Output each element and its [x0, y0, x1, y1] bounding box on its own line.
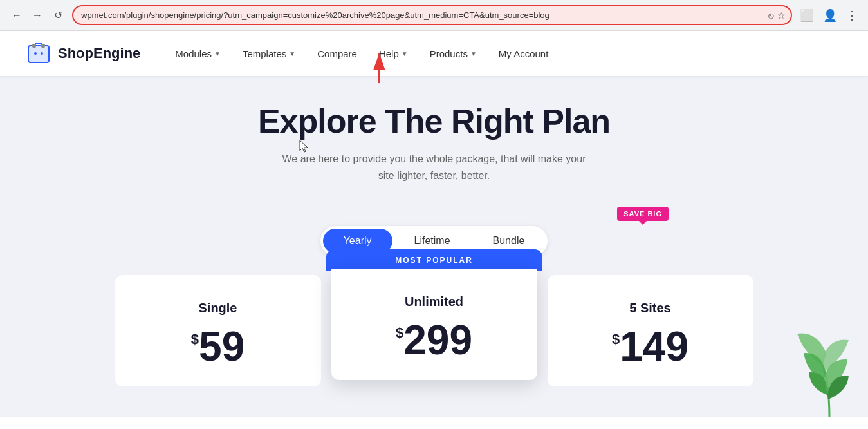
browser-actions: ⬜ 👤 ⋮ [797, 6, 860, 25]
nav-item-compare[interactable]: Compare [308, 43, 366, 64]
svg-rect-6 [32, 44, 36, 48]
logo-icon [26, 41, 51, 66]
most-popular-banner: MOST POPULAR [326, 249, 542, 271]
address-bar-container: ⎋ ☆ [72, 5, 792, 25]
plan-price-5sites: $ 149 [567, 326, 734, 367]
nav-item-help[interactable]: Help ▼ [370, 43, 417, 64]
logo-text: ShopEngine [58, 45, 140, 62]
forward-button[interactable]: → [28, 6, 46, 24]
price-number-single: 59 [199, 326, 245, 367]
reload-button[interactable]: ↺ [49, 6, 67, 24]
svg-point-5 [41, 52, 43, 55]
chevron-down-icon: ▼ [214, 50, 221, 57]
profile-icon: 👤 [820, 6, 840, 25]
chevron-down-icon: ▼ [470, 50, 477, 57]
bookmark-icon: ☆ [777, 10, 786, 21]
svg-point-4 [34, 52, 37, 55]
currency-single: $ [191, 331, 199, 348]
plan-name-unlimited: Unlimited [351, 294, 518, 309]
browser-chrome: ← → ↺ ⎋ ☆ ⬜ 👤 ⋮ [0, 0, 868, 31]
plan-price-single: $ 59 [134, 326, 302, 367]
logo-area[interactable]: ShopEngine [26, 41, 140, 66]
page-subtitle: We are here to provide you the whole pac… [273, 151, 595, 184]
plan-price-unlimited: $ 299 [351, 319, 518, 361]
currency-5sites: $ [612, 331, 620, 348]
billing-section: SAVE BIG Yearly Lifetime Bundle [13, 207, 855, 256]
address-bar-icons: ⎋ ☆ [768, 10, 786, 21]
chevron-down-icon: ▼ [289, 50, 295, 57]
share-icon: ⎋ [768, 10, 773, 21]
main-nav: ShopEngine Modules ▼ Templates ▼ Compare… [0, 31, 868, 76]
menu-icon: ⋮ [844, 6, 860, 25]
pricing-card-5sites: 5 Sites $ 149 [548, 275, 753, 386]
nav-buttons: ← → ↺ [8, 6, 67, 24]
nav-item-templates[interactable]: Templates ▼ [234, 43, 304, 64]
pricing-card-unlimited: Unlimited $ 299 [331, 269, 537, 380]
pricing-section: Single $ 59 MOST POPULAR Unlimited $ 299 [80, 275, 788, 386]
chevron-down-icon: ▼ [402, 50, 408, 57]
back-button[interactable]: ← [8, 6, 26, 24]
price-number-5sites: 149 [620, 326, 688, 367]
main-content: Explore The Right Plan We are here to pr… [0, 76, 868, 386]
pricing-card-single: Single $ 59 [115, 275, 321, 386]
tab-icon: ⬜ [797, 6, 817, 25]
featured-card-wrapper: MOST POPULAR Unlimited $ 299 [326, 275, 542, 386]
address-bar[interactable] [72, 5, 792, 25]
nav-menu: Modules ▼ Templates ▼ Compare Help ▼ Pro… [166, 43, 842, 64]
currency-unlimited: $ [396, 325, 403, 341]
page-title: Explore The Right Plan [13, 102, 855, 140]
price-number-unlimited: 299 [403, 319, 472, 361]
svg-rect-2 [28, 46, 49, 62]
plant-decoration [791, 289, 868, 417]
nav-item-products[interactable]: Products ▼ [421, 43, 486, 64]
svg-rect-7 [41, 44, 45, 48]
save-big-badge: SAVE BIG [617, 207, 669, 221]
website-content: ShopEngine Modules ▼ Templates ▼ Compare… [0, 31, 868, 417]
plan-name-single: Single [134, 301, 302, 316]
nav-item-myaccount[interactable]: My Account [490, 43, 558, 64]
nav-item-modules[interactable]: Modules ▼ [166, 43, 230, 64]
plant-icon [791, 289, 868, 417]
plan-name-5sites: 5 Sites [567, 301, 734, 316]
